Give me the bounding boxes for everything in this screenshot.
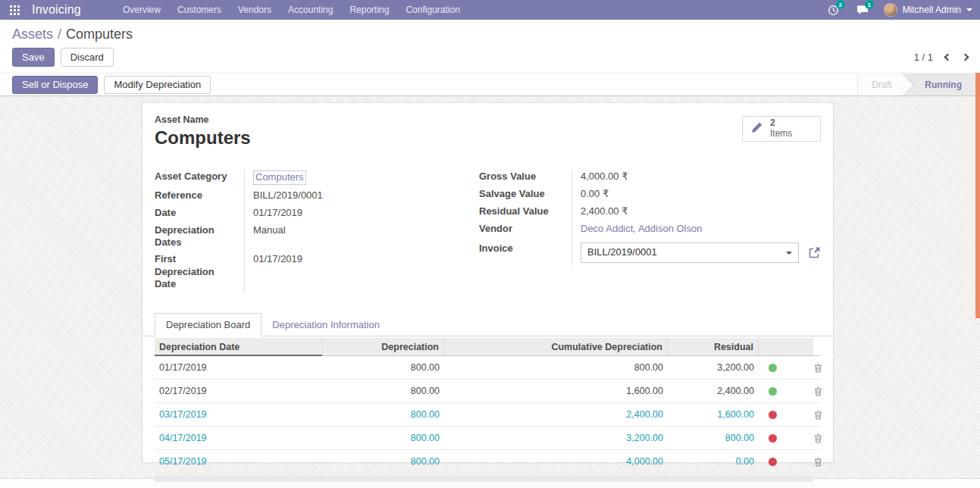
pencil-icon [750,121,763,136]
cell-depreciation-date[interactable]: 01/17/2019 [155,362,323,373]
residual-value-field[interactable]: 2,400.00 ₹ [571,203,821,221]
table-row[interactable]: 05/17/2019 800.00 4,000.00 0.00 [155,450,821,474]
table-row[interactable]: 03/17/2019 800.00 2,400.00 1,600.00 [155,403,821,427]
app-brand[interactable]: Invoicing [32,3,81,17]
breadcrumb-current: Computers [66,27,133,42]
status-draft[interactable]: Draft [858,74,905,95]
column-header-cumulative-depreciation[interactable]: Cumulative Depreciation [444,338,668,355]
modify-depreciation-button[interactable]: Modify Depreciation [104,76,211,94]
top-navbar: Invoicing Overview Customers Vendors Acc… [0,0,980,20]
table-row[interactable]: 01/17/2019 800.00 800.00 3,200.00 [155,356,821,380]
activity-count-badge: 2 [836,0,845,9]
cell-cumulative-depreciation[interactable]: 3,200.00 [444,433,668,443]
delete-row-icon[interactable] [813,457,822,467]
depreciation-board-table: Depreciation Date Depreciation Cumulativ… [142,336,833,482]
menu-reporting[interactable]: Reporting [341,0,397,20]
cell-cumulative-depreciation[interactable]: 800.00 [444,362,668,373]
pager-previous-icon[interactable] [944,54,952,61]
tab-depreciation-board[interactable]: Depreciation Board [155,313,261,336]
cell-cumulative-depreciation[interactable]: 2,400.00 [444,409,668,420]
delete-row-icon[interactable] [813,410,822,420]
chevron-down-icon [966,8,972,11]
cell-depreciation-date[interactable]: 02/17/2019 [155,386,323,396]
table-footer-strip [155,476,813,482]
notebook-tabs: Depreciation Board Depreciation Informat… [142,313,833,336]
cell-cumulative-depreciation[interactable]: 4,000.00 [444,456,668,467]
sell-or-dispose-button[interactable]: Sell or Dispose [12,76,98,94]
cell-residual[interactable]: 1,600.00 [668,409,759,420]
column-header-actions [813,338,822,355]
gross-value-label: Gross Value [479,168,571,185]
table-row[interactable]: 04/17/2019 800.00 3,200.00 800.00 [155,427,821,450]
cell-depreciation[interactable]: 800.00 [323,409,444,420]
column-header-depreciation[interactable]: Depreciation [323,338,444,355]
pager-value: 1 / 1 [914,52,933,63]
cell-depreciation-date[interactable]: 04/17/2019 [155,433,323,443]
vendor-field[interactable]: Deco Addict, Addison Olson [581,223,702,234]
delete-row-icon[interactable] [813,386,822,396]
invoice-label: Invoice [479,240,571,257]
breadcrumb-assets-link[interactable]: Assets [12,27,53,42]
invoice-select[interactable]: BILL/2019/0001 [581,242,799,263]
message-count-badge: 1 [865,0,874,9]
status-running[interactable]: Running [905,74,975,95]
column-header-residual[interactable]: Residual [668,338,759,355]
cell-cumulative-depreciation[interactable]: 1,600.00 [444,386,668,396]
depreciation-dates-label: Depreciation Dates [155,222,244,252]
date-label: Date [155,205,244,221]
delete-row-icon[interactable] [813,433,822,443]
control-panel: Assets/Computers Save Discard 1 / 1 [0,20,980,73]
gross-value-field[interactable]: 4,000.00 ₹ [571,168,821,186]
user-menu[interactable]: Mitchell Admin [884,3,972,17]
menu-configuration[interactable]: Configuration [397,0,468,20]
items-stat-button[interactable]: 2 Items [742,116,821,142]
reference-field[interactable]: BILL/2019/0001 [244,187,459,205]
pager-next-icon[interactable] [962,54,969,61]
delete-row-icon[interactable] [813,363,822,373]
external-link-icon[interactable] [808,246,821,259]
table-row[interactable]: 02/17/2019 800.00 1,600.00 2,400.00 [155,380,821,403]
breadcrumb: Assets/Computers [12,26,968,42]
cell-depreciation[interactable]: 800.00 [323,433,444,443]
user-name: Mitchell Admin [903,5,961,15]
apps-grid-icon[interactable] [6,2,23,18]
menu-accounting[interactable]: Accounting [280,0,341,20]
cell-depreciation-date[interactable]: 03/17/2019 [155,409,323,420]
date-field[interactable]: 01/17/2019 [244,205,459,222]
messages-icon[interactable]: 1 [855,3,870,17]
asset-category-label: Asset Category [155,168,244,185]
first-depreciation-date-field[interactable]: 01/17/2019 [244,251,459,268]
discard-button[interactable]: Discard [61,48,114,67]
asset-category-field[interactable]: Computers [253,170,306,185]
unposted-status-dot [769,458,777,466]
table-header-row: Depreciation Date Depreciation Cumulativ… [155,338,821,356]
cell-residual[interactable]: 2,400.00 [668,386,759,396]
chevron-down-icon [786,252,792,255]
cell-depreciation[interactable]: 800.00 [323,362,444,373]
column-header-status [759,338,813,355]
unposted-status-dot [769,434,777,443]
pager: 1 / 1 [914,52,968,63]
vertical-scrollbar[interactable] [975,73,980,318]
field-group-right: Gross Value 4,000.00 ₹ Salvage Value 0.0… [479,168,821,265]
menu-vendors[interactable]: Vendors [230,0,280,20]
salvage-value-field[interactable]: 0.00 ₹ [571,186,821,203]
navbar-systray: 2 1 Mitchell Admin [826,3,972,17]
cell-depreciation[interactable]: 800.00 [323,386,444,396]
asset-name-title[interactable]: Computers [155,127,251,149]
menu-customers[interactable]: Customers [169,0,230,20]
cell-residual[interactable]: 800.00 [668,433,759,443]
unposted-status-dot [769,411,777,419]
menu-overview[interactable]: Overview [114,0,169,20]
cell-depreciation-date[interactable]: 05/17/2019 [155,456,323,467]
cell-residual[interactable]: 0.00 [668,456,759,467]
column-header-depreciation-date[interactable]: Depreciation Date [155,338,323,355]
depreciation-dates-field[interactable]: Manual [244,222,459,239]
asset-form-sheet: Asset Name Computers 2 Items [142,102,834,463]
save-button[interactable]: Save [12,48,55,67]
tab-depreciation-information[interactable]: Depreciation Information [261,314,390,336]
cell-residual[interactable]: 3,200.00 [668,362,759,373]
cell-depreciation[interactable]: 800.00 [323,456,444,467]
activity-clock-icon[interactable]: 2 [826,3,841,17]
vendor-label: Vendor [479,221,571,237]
